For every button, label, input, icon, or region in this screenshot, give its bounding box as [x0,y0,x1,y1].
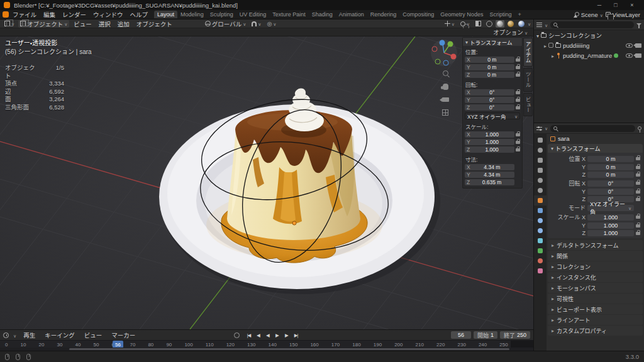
disable-render-camera-icon[interactable] [635,43,641,48]
prop-scale-x-field[interactable]: 1.000 [587,214,634,221]
lock-icon[interactable] [516,106,520,109]
timeline-ruler[interactable]: 0102030405060708090100110120130140150160… [0,340,533,348]
viewlayer-selector[interactable]: ViewLayer [606,11,640,18]
scale-y-field[interactable]: Y1.000 [465,139,514,145]
scale-x-field[interactable]: X1.000 [465,131,514,138]
prop-location-z-field[interactable]: 0 m [587,172,634,178]
outliner-row-scene-collection[interactable]: シーンコレクション [534,30,644,40]
workspace-tab-animation[interactable]: Animation [336,11,367,18]
menu-add[interactable]: 追加 [115,19,132,28]
menu-keying[interactable]: キーイング [42,331,77,339]
properties-section-row[interactable]: カスタムプロパティ [548,326,643,336]
collection-checkbox[interactable] [548,43,553,48]
navigation-gizmo[interactable] [430,39,458,67]
shading-solid-button[interactable] [496,20,504,28]
tab-scene[interactable] [534,175,547,185]
tab-object[interactable] [534,195,547,206]
rotation-z-field[interactable]: Z0° [465,104,514,111]
lock-icon[interactable] [636,232,640,235]
lock-icon[interactable] [516,133,520,136]
lock-icon[interactable] [516,58,520,62]
outliner-search-input[interactable] [550,21,634,28]
timeline-editor-icon[interactable] [3,332,9,338]
lock-icon[interactable] [636,190,640,194]
menu-select[interactable]: 選択 [96,19,113,28]
current-frame-field[interactable]: 56 [451,331,471,339]
jump-to-end-button[interactable]: ▶| [292,331,300,339]
location-z-field[interactable]: Z0 m [465,72,514,78]
tab-modifiers[interactable] [534,206,547,216]
shading-wireframe-button[interactable] [485,20,494,28]
pan-hand-icon[interactable] [443,84,448,90]
editor-type-button[interactable] [3,20,16,28]
location-y-field[interactable]: Y0 m [465,64,514,70]
transform-panel-header[interactable]: トランスフォーム [463,38,522,46]
tab-material[interactable] [534,256,547,266]
properties-section-row[interactable]: ビューポート表示 [548,304,643,314]
rotation-y-field[interactable]: Y0° [465,97,514,103]
prop-scale-z-field[interactable]: 1.000 [587,230,634,236]
menu-window[interactable]: ウィンドウ [90,9,126,19]
filter-icon[interactable] [636,23,641,26]
menu-timeline-view[interactable]: ビュー [82,331,105,339]
tab-physics[interactable] [534,226,547,236]
jump-to-start-button[interactable]: |◀ [245,331,253,339]
lock-icon[interactable] [636,224,640,228]
perspective-toggle-icon[interactable] [442,109,448,116]
snap-toggle[interactable] [250,20,263,28]
prop-rotation-x-field[interactable]: 0° [587,180,634,187]
menu-marker[interactable]: マーカー [109,331,138,339]
maximize-button[interactable]: □ [608,2,624,8]
prop-scale-y-field[interactable]: 1.000 [587,222,634,229]
workspace-tab-rendering[interactable]: Rendering [367,11,400,18]
outliner-row-collection[interactable]: puddiiiiing [534,40,644,50]
properties-section-row[interactable]: ラインアート [548,315,643,325]
scale-z-field[interactable]: Z1.000 [465,146,514,153]
dimensions-z-field[interactable]: Z0.635 m [465,179,514,185]
mode-dropdown[interactable]: オブジェクト [18,20,69,28]
properties-section-row[interactable]: モーションパス [548,283,643,293]
options-dropdown[interactable]: オプション [491,28,530,36]
menu-playback[interactable]: 再生 [21,331,38,339]
disable-render-camera-icon[interactable] [635,53,641,58]
xray-toggle[interactable] [474,20,483,28]
tab-constraints[interactable] [534,236,547,246]
tab-render[interactable] [534,145,547,155]
gizmos-toggle[interactable] [443,20,457,28]
frame-end-field[interactable]: 終了250 [500,331,530,339]
lock-icon[interactable] [636,166,640,169]
lock-icon[interactable] [636,182,640,185]
sidebar-tab-item[interactable]: アイテム [523,38,533,67]
prop-location-y-field[interactable]: 0 m [587,164,634,170]
camera-view-icon[interactable] [442,97,449,102]
properties-section-row[interactable]: インスタンス化 [548,272,643,282]
tab-world[interactable] [534,185,547,195]
location-x-field[interactable]: X0 m [465,57,514,63]
viewport-canvas[interactable]: ユーザー・透視投影 (56) シーンコレクション | sara オブジェクト1/… [0,36,533,329]
properties-editor-icon[interactable] [536,126,542,131]
caret-right-icon[interactable] [544,42,547,49]
prop-location-x-field[interactable]: 0 m [587,156,634,162]
rotation-x-field[interactable]: X0° [465,89,514,96]
workspace-tab-layout[interactable]: Layout [154,11,177,18]
properties-section-row[interactable]: 関係 [548,251,643,261]
pin-icon[interactable] [638,126,641,130]
auto-keying-record-icon[interactable] [234,332,240,338]
properties-section-row[interactable]: 可視性 [548,293,643,304]
rotation-mode-dropdown[interactable]: XYZ オイラー角 [465,112,520,119]
workspace-tab-scripting[interactable]: Scripting [486,11,514,18]
zoom-icon[interactable] [443,70,448,76]
workspace-tab-sculpting[interactable]: Sculpting [207,11,236,18]
workspace-tab-compositing[interactable]: Compositing [399,11,437,18]
properties-section-row[interactable]: コレクション [548,261,643,272]
hide-viewport-eye-icon[interactable] [626,53,633,58]
tab-view-layer[interactable] [534,165,547,175]
lock-icon[interactable] [516,99,520,102]
menu-view[interactable]: ビュー [71,19,94,28]
outliner-editor-icon[interactable] [536,22,542,27]
lock-icon[interactable] [516,74,520,77]
outliner-row-armature[interactable]: pudding_Armature [534,50,644,60]
lock-icon[interactable] [516,66,520,69]
lock-icon[interactable] [636,198,640,201]
shading-rendered-button[interactable] [517,20,526,28]
